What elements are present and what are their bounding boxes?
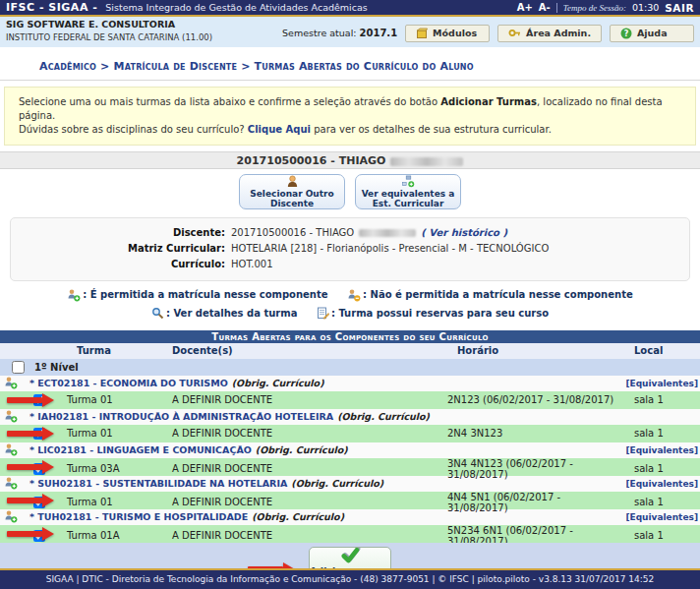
component-note: (Obrig. Currículo) <box>256 444 348 455</box>
local-cell: sala 1 <box>623 463 700 474</box>
system-name: Sistema Integrado de Gestão de Atividade… <box>105 2 367 13</box>
component-header-row: * ECT02181 - ECONOMIA DO TURISMO(Obrig. … <box>0 376 700 391</box>
level-select-checkbox[interactable] <box>12 361 25 374</box>
green-check-icon <box>337 548 363 564</box>
enrollment-allowed-icon <box>4 409 18 423</box>
component-header-row: * IAH02181 - INTRODUÇÃO À ADMINISTRAÇÃO … <box>0 409 700 425</box>
key-icon <box>508 28 521 39</box>
curriculo-label: Currículo: <box>11 257 225 272</box>
ver-historico-link[interactable]: ( Ver histórico ) <box>421 227 507 238</box>
legend-allowed-label: : É permitida a matrícula nesse componen… <box>83 287 327 302</box>
legend-reserved-label: : Turma possui reservas para seu curso <box>331 306 549 321</box>
breadcrumb-bar: Acadêmico > Matrícula de Discente > Turm… <box>0 47 700 81</box>
see-equivalents-label: Ver equivalentes a Est. Curricular <box>356 189 460 208</box>
horario-cell: 4N4 5N1 (06/02/2017 - 31/08/2017) <box>415 492 623 513</box>
admin-area-button[interactable]: Área Admin. <box>497 25 602 42</box>
annotation-arrow <box>7 494 54 507</box>
breadcrumb[interactable]: Acadêmico > Matrícula de Discente > Turm… <box>39 60 474 73</box>
docente-cell: A DEFINIR DOCENTE <box>157 530 415 541</box>
annotation-arrow <box>7 393 54 407</box>
class-row: Turma 01 A DEFINIR DOCENTE 2N4 3N123 sal… <box>0 425 700 442</box>
font-increase-button[interactable]: A+ <box>517 2 533 13</box>
clique-aqui-link[interactable]: Clique Aqui <box>248 124 311 135</box>
matriz-label: Matriz Curricular: <box>11 241 225 257</box>
table-title: Turmas Abertas para os Componentes do se… <box>0 330 700 343</box>
student-banner: 201710500016 - THIAGO <box>0 151 700 169</box>
turmas-table: Turmas Abertas para os Componentes do se… <box>0 330 700 543</box>
docente-cell: A DEFINIR DOCENTE <box>157 497 415 507</box>
notice-line-1: Selecione uma ou mais turmas da lista ab… <box>19 95 681 123</box>
class-row: Turma 03A A DEFINIR DOCENTE 3N4 4N123 (0… <box>0 458 700 476</box>
student-info-panel: Discente: 201710500016 - THIAGO( Ver his… <box>10 217 690 281</box>
horario-cell: 3N4 4N123 (06/02/2017 - 31/08/2017) <box>415 458 623 480</box>
equivalentes-link[interactable]: [Equivalentes] <box>625 379 700 388</box>
select-other-student-label: Selecionar Outro Discente <box>240 189 344 208</box>
institution-name: INSTITUTO FEDERAL DE SANTA CATARINA (11.… <box>6 32 212 42</box>
turma-cell: Turma 01 <box>59 497 157 507</box>
docente-cell: A DEFINIR DOCENTE <box>157 463 415 474</box>
notice-text: Dúvidas sobre as disciplinas do seu curr… <box>19 124 248 135</box>
semester-value: 2017.1 <box>360 28 398 38</box>
legend: : É permitida a matrícula nesse componen… <box>0 281 700 328</box>
equivalentes-link[interactable]: [Equivalentes] <box>625 512 700 522</box>
annotation-arrow <box>7 460 54 474</box>
divider <box>556 3 557 13</box>
see-equivalents-button[interactable]: Ver equivalentes a Est. Curricular <box>355 174 461 209</box>
equivalentes-link[interactable]: [Equivalentes] <box>625 445 700 455</box>
local-cell: sala 1 <box>623 530 700 541</box>
modules-button[interactable]: Módulos <box>405 25 490 42</box>
top-bar: IFSC - SIGAA - Sistema Integrado de Gest… <box>0 0 700 15</box>
notice-line-2: Dúvidas sobre as disciplinas do seu curr… <box>19 123 681 137</box>
component-note: (Obrig. Currículo) <box>252 511 344 522</box>
column-local: Local <box>623 345 700 356</box>
enrollment-allowed-icon <box>4 442 18 456</box>
column-turma: Turma <box>59 345 157 356</box>
font-decrease-button[interactable]: A- <box>539 2 551 13</box>
docente-cell: A DEFINIR DOCENTE <box>157 428 415 439</box>
legend-reserved: : Turma possui reservas para seu curso <box>317 306 549 321</box>
select-other-student-button[interactable]: Selecionar Outro Discente <box>239 174 345 209</box>
session-timer-label: Tempo de Sessão: <box>563 3 626 13</box>
discente-row: Discente: 201710500016 - THIAGO( Ver his… <box>11 225 689 241</box>
help-button[interactable]: ? Ajuda <box>610 25 694 42</box>
local-cell: sala 1 <box>623 497 700 507</box>
modules-button-label: Módulos <box>433 28 477 38</box>
person-icon <box>285 175 300 188</box>
turma-cell: Turma 03A <box>59 463 157 474</box>
class-row: Turma 01A A DEFINIR DOCENTE 5N234 6N1 (0… <box>0 525 700 543</box>
annotation-arrow <box>7 527 54 541</box>
level-label: 1º Nível <box>34 362 79 373</box>
help-question-icon: ? <box>620 28 632 39</box>
local-cell: sala 1 <box>623 428 700 439</box>
turma-cell: Turma 01 <box>59 428 157 439</box>
docente-cell: A DEFINIR DOCENTE <box>157 394 415 405</box>
enrollment-allowed-icon <box>4 376 18 389</box>
footer-bar: SIGAA | DTIC - Diretoria de Tecnologia d… <box>0 568 700 589</box>
redacted-student-name <box>359 229 416 237</box>
table-column-header: Turma Docente(s) Horário Local <box>0 343 700 359</box>
component-note: (Obrig. Currículo) <box>291 478 383 489</box>
enrollment-allowed-icon <box>4 509 18 523</box>
enrollment-not-allowed-icon <box>347 288 361 302</box>
horario-cell: 2N123 (06/02/2017 - 31/08/2017) <box>415 394 623 405</box>
sub-header: SIG SOFTWARE E. CONSULTORIA INSTITUTO FE… <box>0 17 700 47</box>
notice-bold-text: Adicionar Turmas <box>440 96 537 107</box>
enrollment-allowed-icon <box>4 476 18 490</box>
notice-text: Selecione uma ou mais turmas da lista ab… <box>19 96 440 107</box>
matriz-row: Matriz Curricular: HOTELARIA [218] - Flo… <box>11 241 689 257</box>
local-cell: sala 1 <box>623 394 700 405</box>
logout-button[interactable]: SAIR <box>665 2 694 14</box>
help-button-label: Ajuda <box>637 28 668 38</box>
annotation-arrow <box>7 427 54 441</box>
svg-text:?: ? <box>624 29 629 37</box>
semester-label: Semestre atual: 2017.1 <box>282 28 397 38</box>
redacted-student-name <box>390 157 463 166</box>
curriculo-row: Currículo: HOT.001 <box>11 257 689 272</box>
equivalentes-link[interactable]: [Equivalentes] <box>625 479 700 489</box>
page: IFSC - SIGAA - Sistema Integrado de Gest… <box>0 0 700 589</box>
reservation-document-icon <box>317 307 329 320</box>
curricular-structure-icon <box>401 175 416 188</box>
horario-cell: 2N4 3N123 <box>415 428 623 439</box>
discente-label: Discente: <box>11 225 225 241</box>
component-title: * LIC02181 - LINGUAGEM E COMUNICAÇÃO <box>29 444 252 455</box>
